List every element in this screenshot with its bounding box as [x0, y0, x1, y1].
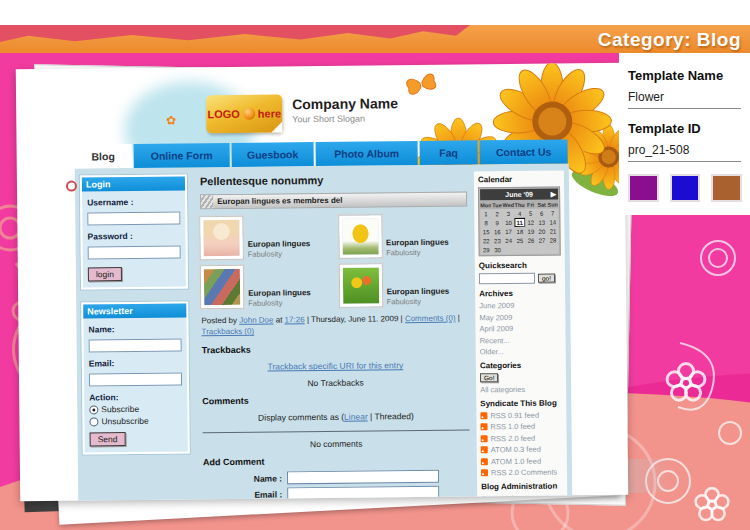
logo-ball-icon — [243, 108, 255, 120]
calendar-day[interactable]: 21 — [547, 227, 558, 236]
calendar-day[interactable]: 26 — [525, 236, 536, 245]
template-id-label: Template ID — [628, 121, 742, 136]
archive-link[interactable]: Older... — [480, 346, 562, 356]
feed-link[interactable]: ATOM 0.3 feed — [481, 444, 563, 454]
username-input[interactable] — [87, 211, 180, 225]
calendar-day[interactable]: 19 — [525, 227, 536, 236]
newsletter-name-input[interactable] — [89, 338, 182, 352]
calendar-day[interactable]: 25 — [514, 236, 525, 245]
feed-link[interactable]: RSS 1.0 feed — [480, 421, 562, 431]
no-comments-text: No comments — [203, 438, 470, 451]
tab-contact-us[interactable]: Contact Us — [480, 139, 568, 164]
color-swatch-purple[interactable] — [628, 174, 659, 202]
calendar-day[interactable]: 2 — [492, 209, 503, 218]
calendar-day[interactable]: 20 — [536, 227, 547, 236]
subscribe-radio[interactable] — [89, 405, 98, 414]
tab-online-form[interactable]: Online Form — [134, 143, 230, 168]
feed-link[interactable]: RSS 2.0 feed — [481, 433, 563, 443]
calendar-day[interactable]: 6 — [536, 209, 547, 218]
quicksearch-go-button[interactable]: go! — [538, 274, 555, 283]
byline-separator: | — [458, 314, 460, 323]
calendar-day[interactable]: 1 — [480, 209, 491, 218]
archive-link[interactable]: May 2009 — [479, 312, 561, 322]
unsubscribe-radio[interactable] — [89, 417, 98, 426]
send-button[interactable]: Send — [90, 432, 126, 446]
login-button[interactable]: login — [88, 267, 122, 281]
archive-link[interactable]: June 2009 — [479, 300, 561, 310]
feed-label: ATOM 1.0 feed — [491, 456, 541, 466]
calendar-day-header: Thu — [514, 200, 525, 209]
swirl-clip-icon — [66, 181, 77, 192]
calendar-day[interactable]: 9 — [492, 218, 503, 227]
gallery-item: Europan lingues Fabulosity — [339, 214, 468, 257]
calendar: June '09 ▶ MonTueWedThuFriSatSun12345678… — [478, 187, 561, 257]
feed-link[interactable]: RSS 2.0 Comments — [481, 467, 563, 477]
rss-icon — [481, 446, 488, 453]
gallery-thumbnail[interactable] — [339, 215, 381, 257]
gallery-thumbnail[interactable] — [339, 264, 381, 306]
calendar-day[interactable]: 29 — [481, 245, 492, 254]
gallery-item: Europan lingues Fabulosity — [200, 216, 329, 259]
calendar-day[interactable]: 8 — [480, 218, 491, 227]
trackbacks-heading: Trackbacks — [202, 343, 469, 356]
categories-go-button[interactable]: Go! — [480, 373, 499, 382]
calendar-day[interactable]: 23 — [492, 236, 503, 245]
newsletter-email-input[interactable] — [89, 372, 182, 386]
display-comments-text: ) — [411, 411, 414, 421]
color-swatch-brown[interactable] — [711, 174, 742, 202]
comment-name-input[interactable] — [287, 470, 439, 485]
gallery-caption: Europan lingues — [386, 238, 449, 249]
trackbacks-count-link[interactable]: Trackbacks (0) — [201, 327, 254, 337]
calendar-day[interactable]: 10 — [503, 218, 515, 227]
calendar-day[interactable]: 5 — [525, 209, 536, 218]
archive-link[interactable]: Recent... — [480, 335, 562, 345]
feed-link[interactable]: ATOM 1.0 feed — [481, 456, 563, 466]
calendar-day[interactable]: 3 — [503, 209, 515, 218]
tab-photo-album[interactable]: Photo Album — [316, 141, 418, 166]
trackback-uri-link[interactable]: Trackback specific URI for this entry — [267, 361, 403, 372]
author-link[interactable]: John Doe — [239, 316, 273, 325]
password-label: Password : — [87, 230, 180, 241]
tab-faq[interactable]: Faq — [420, 140, 478, 165]
calendar-day[interactable]: 22 — [481, 236, 492, 245]
time-link[interactable]: 17:26 — [285, 315, 305, 324]
gallery-subcaption: Fabulosity — [248, 298, 311, 308]
calendar-day[interactable]: 30 — [492, 245, 503, 254]
photo-gallery: Europan lingues Fabulosity Europan lingu… — [200, 214, 468, 308]
calendar-empty-cell — [526, 245, 537, 254]
quicksearch-input[interactable] — [479, 273, 535, 285]
calendar-day[interactable]: 12 — [525, 218, 536, 227]
calendar-day[interactable]: 13 — [536, 218, 547, 227]
quicksearch-heading: Quicksearch — [479, 260, 561, 270]
calendar-day[interactable]: 24 — [503, 236, 515, 245]
archive-link[interactable]: April 2009 — [479, 323, 561, 333]
calendar-day[interactable]: 28 — [547, 236, 558, 245]
calendar-day[interactable]: 4 — [514, 209, 525, 218]
template-info-panel: Template Name Flower Template ID pro_21-… — [619, 53, 750, 215]
feed-link[interactable]: RSS 0.91 feed — [480, 410, 562, 420]
gallery-thumbnail[interactable] — [200, 217, 242, 259]
calendar-empty-cell — [537, 245, 548, 254]
calendar-empty-cell — [514, 245, 525, 254]
feed-label: RSS 0.91 feed — [490, 410, 539, 420]
calendar-day[interactable]: 18 — [514, 227, 525, 236]
calendar-day[interactable]: 17 — [503, 227, 515, 236]
gallery-item: Europan lingues Fabulosity — [339, 263, 468, 306]
calendar-day[interactable]: 14 — [547, 218, 558, 227]
tab-blog[interactable]: Blog — [75, 144, 132, 169]
tab-guesbook[interactable]: Guesbook — [232, 142, 314, 167]
linear-link[interactable]: Linear — [344, 412, 368, 422]
gallery-thumbnail[interactable] — [201, 266, 243, 308]
calendar-day[interactable]: 27 — [536, 236, 547, 245]
password-input[interactable] — [88, 245, 181, 259]
calendar-day[interactable]: 15 — [480, 227, 491, 236]
color-swatch-blue[interactable] — [670, 174, 701, 202]
comments-count-link[interactable]: Comments (0) — [405, 314, 456, 324]
login-box: Login Username : Password : login — [80, 174, 188, 289]
post-byline: Posted by John Doe at 17:26 | Thursday, … — [201, 312, 468, 337]
calendar-day[interactable]: 16 — [492, 227, 503, 236]
calendar-next-icon[interactable]: ▶ — [551, 191, 556, 199]
all-categories-link[interactable]: All categories — [480, 384, 562, 394]
calendar-day[interactable]: 11 — [514, 218, 525, 227]
calendar-day[interactable]: 7 — [547, 209, 558, 218]
